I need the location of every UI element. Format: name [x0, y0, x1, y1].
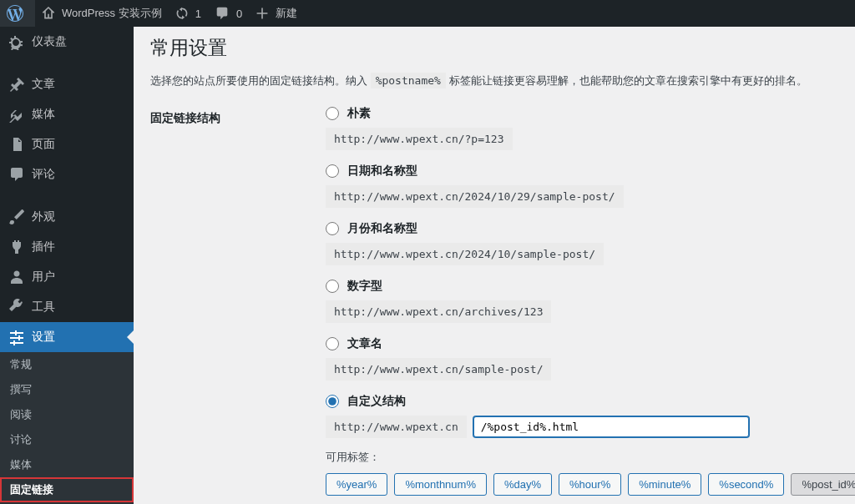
option-example: http://www.wpext.cn/archives/123	[326, 300, 551, 323]
option-label: 日期和名称型	[347, 164, 417, 179]
intro-code: %postname%	[371, 73, 446, 88]
menu-label: 工具	[32, 300, 55, 315]
option-example: http://www.wpext.cn/?p=123	[326, 128, 513, 150]
new-content[interactable]: 新建	[249, 0, 304, 27]
permalink-structure-row: 固定链接结构 朴素 http://www.wpext.cn/?p=123 日期和…	[150, 106, 838, 505]
menu-users[interactable]: 用户	[0, 262, 134, 292]
radio-plain[interactable]	[326, 107, 339, 120]
comment-icon	[215, 6, 230, 21]
tag-second[interactable]: %second%	[708, 473, 784, 496]
submenu-general[interactable]: 常规	[0, 352, 134, 377]
page-title: 常用设置	[150, 35, 838, 61]
comments[interactable]: 0	[208, 0, 249, 27]
site-name-text: WordPress 安装示例	[62, 6, 162, 21]
option-label: 月份和名称型	[347, 221, 417, 236]
media-icon	[8, 106, 25, 123]
menu-pages[interactable]: 页面	[0, 129, 134, 159]
menu-comments[interactable]: 评论	[0, 159, 134, 189]
tag-post-id[interactable]: %post_id%	[791, 473, 855, 496]
option-post-name: 文章名 http://www.wpext.cn/sample-post/	[326, 336, 855, 381]
menu-media[interactable]: 媒体	[0, 99, 134, 129]
dashboard-icon	[8, 33, 25, 50]
menu-label: 插件	[32, 239, 55, 255]
label-col: 固定链接结构	[150, 106, 326, 126]
base-url: http://www.wpext.cn	[326, 416, 467, 438]
new-label: 新建	[276, 6, 297, 21]
brush-icon	[8, 209, 25, 225]
menu-label: 仪表盘	[32, 34, 67, 49]
comments-count: 0	[236, 8, 242, 20]
site-name[interactable]: WordPress 安装示例	[35, 0, 169, 27]
option-label: 朴素	[347, 106, 371, 121]
option-numeric: 数字型 http://www.wpext.cn/archives/123	[326, 279, 855, 323]
adminbar: WordPress 安装示例 1 0 新建	[0, 0, 855, 27]
tag-minute[interactable]: %minute%	[628, 473, 701, 496]
menu-label: 页面	[32, 137, 55, 152]
menu-plugins[interactable]: 插件	[0, 232, 134, 262]
option-example: http://www.wpext.cn/sample-post/	[326, 358, 551, 381]
submenu-reading[interactable]: 阅读	[0, 402, 134, 427]
menu-label: 评论	[32, 167, 55, 182]
wp-logo[interactable]	[0, 0, 35, 27]
pin-icon	[8, 76, 25, 93]
tag-monthnum[interactable]: %monthnum%	[394, 473, 487, 496]
radio-numeric[interactable]	[326, 280, 339, 293]
menu-label: 文章	[32, 77, 55, 92]
menu-dashboard[interactable]: 仪表盘	[0, 27, 134, 57]
sliders-icon	[8, 329, 25, 345]
option-custom: 自定义结构 http://www.wpext.cn 可用标签： %year% %…	[326, 394, 855, 496]
menu-label: 设置	[32, 330, 55, 345]
plugin-icon	[8, 239, 25, 255]
tag-hour[interactable]: %hour%	[559, 473, 621, 496]
admin-sidebar: 仪表盘 文章 媒体 页面 评论 外观 插件 用户 工具 设置 常规 撰写 阅读 …	[0, 27, 134, 504]
submenu-media[interactable]: 媒体	[0, 452, 134, 477]
page-icon	[8, 136, 25, 153]
submenu-discussion[interactable]: 讨论	[0, 427, 134, 452]
option-label: 数字型	[347, 279, 382, 294]
submenu-writing[interactable]: 撰写	[0, 377, 134, 402]
home-icon	[42, 7, 55, 20]
intro-b: 标签能让链接更容易理解，也能帮助您的文章在搜索引擎中有更好的排名。	[446, 74, 807, 87]
update-icon	[175, 7, 189, 20]
menu-posts[interactable]: 文章	[0, 69, 134, 99]
option-day-name: 日期和名称型 http://www.wpext.cn/2024/10/29/sa…	[326, 164, 855, 208]
option-example: http://www.wpext.cn/2024/10/29/sample-po…	[326, 185, 624, 208]
option-example: http://www.wpext.cn/2024/10/sample-post/	[326, 243, 604, 265]
updates-count: 1	[195, 8, 201, 20]
separator	[0, 194, 134, 198]
menu-tools[interactable]: 工具	[0, 292, 134, 322]
comments-icon	[8, 166, 25, 183]
structure-label: 固定链接结构	[150, 111, 220, 124]
menu-label: 用户	[32, 270, 55, 285]
menu-appearance[interactable]: 外观	[0, 202, 134, 232]
tags-row: %year% %monthnum% %day% %hour% %minute% …	[326, 473, 855, 496]
menu-label: 外观	[32, 209, 55, 224]
tag-day[interactable]: %day%	[493, 473, 552, 496]
radio-post-name[interactable]	[326, 337, 339, 350]
available-tags-label: 可用标签：	[326, 450, 855, 465]
field-col: 朴素 http://www.wpext.cn/?p=123 日期和名称型 htt…	[326, 106, 855, 505]
submenu-permalinks[interactable]: 固定链接	[0, 477, 134, 502]
radio-month-name[interactable]	[326, 222, 339, 235]
radio-custom[interactable]	[326, 395, 339, 408]
plus-icon	[255, 7, 269, 20]
user-icon	[8, 269, 25, 285]
wrench-icon	[8, 299, 25, 315]
updates[interactable]: 1	[169, 0, 208, 27]
option-month-name: 月份和名称型 http://www.wpext.cn/2024/10/sampl…	[326, 221, 855, 265]
main-content: 常用设置 选择您的站点所要使用的固定链接结构。纳入 %postname% 标签能…	[134, 27, 855, 504]
option-plain: 朴素 http://www.wpext.cn/?p=123	[326, 106, 855, 150]
intro-a: 选择您的站点所要使用的固定链接结构。纳入	[150, 74, 371, 87]
permalink-input[interactable]	[473, 416, 749, 437]
radio-day-name[interactable]	[326, 164, 339, 178]
menu-settings[interactable]: 设置	[0, 322, 134, 352]
option-label: 自定义结构	[347, 394, 406, 409]
intro-text: 选择您的站点所要使用的固定链接结构。纳入 %postname% 标签能让链接更容…	[150, 73, 838, 89]
tag-year[interactable]: %year%	[326, 473, 387, 496]
separator	[0, 61, 134, 65]
menu-label: 媒体	[32, 107, 55, 122]
option-label: 文章名	[347, 336, 382, 351]
